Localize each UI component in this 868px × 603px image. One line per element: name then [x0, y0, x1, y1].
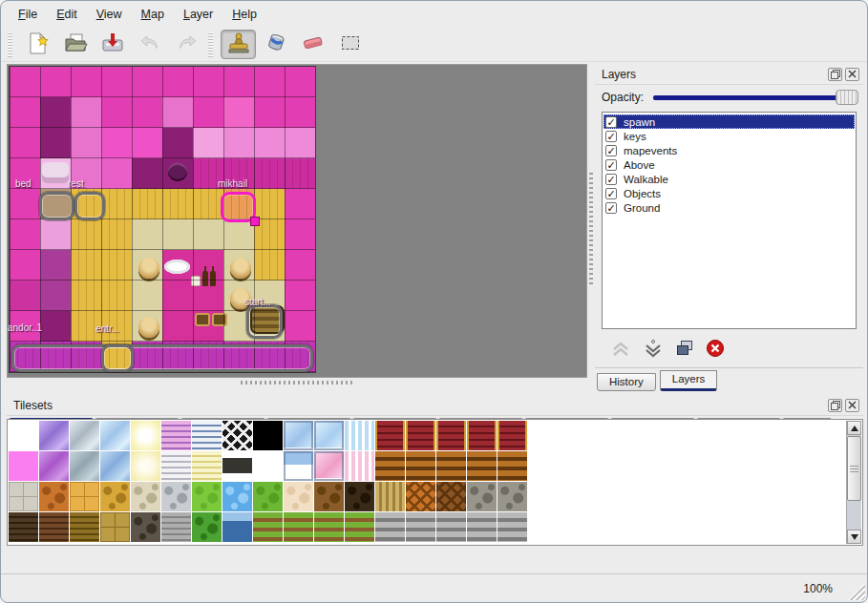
- map-tile[interactable]: [10, 97, 40, 128]
- map-tile[interactable]: [193, 97, 223, 128]
- map-tile[interactable]: [71, 281, 101, 311]
- raise-layer-button[interactable]: [610, 339, 631, 362]
- tileset-tile-grid[interactable]: [9, 421, 527, 542]
- map-tile[interactable]: [285, 128, 315, 158]
- tileset-tile[interactable]: [436, 482, 466, 511]
- eraser-tool[interactable]: [295, 30, 330, 59]
- map-object-mikhail[interactable]: [221, 192, 256, 222]
- tileset-tile[interactable]: [284, 512, 313, 542]
- map-tile[interactable]: [71, 128, 101, 158]
- lower-layer-button[interactable]: [643, 339, 664, 362]
- layer-list[interactable]: ✓spawn✓keys✓mapevents✓Above✓Walkable✓Obj…: [602, 112, 857, 329]
- layer-visibility-checkbox[interactable]: ✓: [605, 174, 617, 185]
- tileset-view[interactable]: [7, 419, 863, 546]
- splitter-grip[interactable]: [241, 381, 353, 385]
- tileset-tile[interactable]: [284, 451, 313, 481]
- tileset-tile[interactable]: [498, 451, 527, 481]
- stamp-brush-tool[interactable]: [221, 30, 256, 59]
- menu-edit[interactable]: Edit: [47, 3, 87, 26]
- delete-layer-button[interactable]: [706, 339, 725, 362]
- map-tile[interactable]: [254, 67, 285, 97]
- tileset-tile[interactable]: [406, 451, 435, 481]
- tileset-tile[interactable]: [253, 512, 283, 542]
- map-tile[interactable]: [101, 97, 132, 128]
- map-tile[interactable]: [223, 158, 254, 189]
- map-tile[interactable]: [10, 67, 40, 97]
- tileset-tile[interactable]: [375, 451, 405, 481]
- splitter-grip[interactable]: [589, 172, 593, 284]
- horizontal-splitter[interactable]: [7, 379, 587, 386]
- tileset-tile[interactable]: [314, 512, 344, 542]
- tileset-tile[interactable]: [39, 421, 69, 450]
- tileset-tile[interactable]: [100, 451, 130, 481]
- map-tile[interactable]: [10, 128, 40, 158]
- tileset-tile[interactable]: [345, 512, 374, 542]
- tileset-tile[interactable]: [314, 451, 344, 481]
- tileset-tile[interactable]: [345, 482, 374, 511]
- tileset-tile[interactable]: [161, 451, 191, 481]
- menu-view[interactable]: View: [87, 3, 132, 26]
- tileset-tile[interactable]: [161, 482, 191, 511]
- map-tile[interactable]: [71, 219, 101, 250]
- scrollbar-thumb[interactable]: [847, 436, 861, 501]
- layer-visibility-checkbox[interactable]: ✓: [605, 188, 617, 199]
- tileset-tile[interactable]: [498, 421, 527, 450]
- layer-row-Walkable[interactable]: ✓Walkable: [603, 172, 855, 186]
- tileset-tile[interactable]: [345, 421, 374, 450]
- tileset-tile[interactable]: [314, 482, 344, 511]
- map-tile[interactable]: [101, 128, 132, 158]
- tileset-tile[interactable]: [9, 482, 38, 511]
- map-object-rest[interactable]: [74, 192, 105, 220]
- menu-map[interactable]: Map: [132, 3, 174, 26]
- opacity-slider[interactable]: [653, 95, 857, 100]
- tileset-tile[interactable]: [131, 482, 160, 511]
- map-tile[interactable]: [101, 250, 132, 281]
- tileset-tile[interactable]: [467, 451, 497, 481]
- tileset-tile[interactable]: [467, 421, 497, 450]
- tileset-tile[interactable]: [9, 421, 38, 450]
- tileset-tile[interactable]: [192, 451, 222, 481]
- tileset-tile[interactable]: [39, 451, 69, 481]
- tileset-tile[interactable]: [161, 512, 191, 542]
- close-panel-icon[interactable]: [845, 399, 859, 412]
- tileset-tile[interactable]: [100, 512, 130, 542]
- bucket-fill-tool[interactable]: [258, 30, 293, 59]
- map-tile[interactable]: [101, 281, 132, 311]
- tileset-tile[interactable]: [131, 451, 160, 481]
- scroll-down-button[interactable]: [847, 530, 861, 544]
- map-tile[interactable]: [285, 158, 315, 189]
- opacity-slider-handle[interactable]: [836, 90, 858, 105]
- tileset-tile[interactable]: [70, 421, 99, 450]
- tileset-tile[interactable]: [131, 421, 160, 450]
- tileset-tile[interactable]: [70, 482, 99, 511]
- map-tile[interactable]: [285, 311, 315, 342]
- map-tile[interactable]: [223, 128, 254, 158]
- map-tile[interactable]: [193, 67, 223, 97]
- float-panel-icon[interactable]: [828, 399, 842, 412]
- map-tile[interactable]: [40, 311, 71, 342]
- menu-file[interactable]: File: [9, 3, 47, 26]
- tileset-tile[interactable]: [39, 512, 69, 542]
- map-tile[interactable]: [254, 189, 285, 219]
- menu-help[interactable]: Help: [222, 3, 266, 26]
- menu-layer[interactable]: Layer: [174, 3, 222, 26]
- map-tile[interactable]: [40, 67, 71, 97]
- map-tile[interactable]: [101, 189, 132, 219]
- layer-visibility-checkbox[interactable]: ✓: [605, 159, 617, 171]
- map-tile[interactable]: [132, 281, 162, 311]
- map-tile[interactable]: [193, 189, 223, 219]
- tileset-tile[interactable]: [39, 482, 69, 511]
- tileset-tile[interactable]: [100, 421, 130, 450]
- tileset-tile[interactable]: [498, 512, 527, 542]
- tileset-tile[interactable]: [253, 451, 283, 481]
- map-tile[interactable]: [71, 158, 101, 189]
- layer-visibility-checkbox[interactable]: ✓: [605, 116, 617, 128]
- map-tile[interactable]: [254, 250, 285, 281]
- map-tile[interactable]: [162, 281, 193, 311]
- tileset-tile[interactable]: [467, 482, 497, 511]
- map-tile[interactable]: [10, 189, 40, 219]
- map-tile[interactable]: [193, 158, 223, 189]
- map-tile[interactable]: [193, 128, 223, 158]
- map-tile[interactable]: [40, 128, 71, 158]
- float-panel-icon[interactable]: [828, 68, 842, 81]
